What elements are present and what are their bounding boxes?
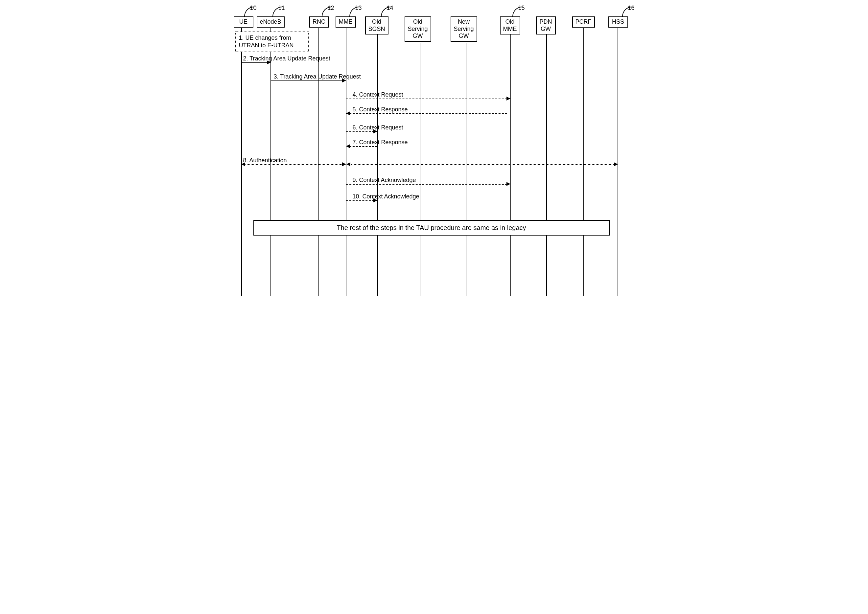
arrow-head-right-icon xyxy=(373,129,377,133)
arrow-head-left-icon xyxy=(346,144,350,148)
actor-old-serving-gw: OldServingGW xyxy=(405,16,431,42)
arrow-head-left-icon xyxy=(241,162,245,166)
actor-ref-old-mme: 15 xyxy=(518,5,525,11)
lifeline-new-sgw xyxy=(466,43,466,296)
actor-pcrf: PCRF xyxy=(572,16,595,28)
lifeline-ue xyxy=(241,28,242,296)
msg-label: 8. Authentication xyxy=(243,157,287,164)
actor-ue: UE xyxy=(234,16,253,28)
actor-ref-mme: 13 xyxy=(355,5,362,11)
arrow-head-left-icon xyxy=(346,162,350,166)
arrow-line xyxy=(245,164,343,165)
actor-new-serving-gw: NewServingGW xyxy=(450,16,477,42)
msg-label: 4. Context Request xyxy=(352,91,403,98)
arrow-head-right-icon xyxy=(267,60,271,64)
arrow-head-right-icon xyxy=(506,182,511,186)
msg-label: 7. Context Response xyxy=(352,139,408,146)
actor-label: OldSGSN xyxy=(368,19,385,32)
final-note-text: The rest of the steps in the TAU procedu… xyxy=(337,224,526,231)
sequence-diagram: 10 11 12 13 14 15 16 UE eNodeB RNC MME O… xyxy=(230,6,638,296)
msg-label: 6. Context Request xyxy=(352,124,403,131)
msg-label: 5. Context Response xyxy=(352,106,408,113)
actor-ref-enodeb: 11 xyxy=(278,5,285,11)
lifeline-hss xyxy=(618,28,618,296)
actor-label: NewServingGW xyxy=(454,19,474,39)
actor-label: PDNGW xyxy=(539,19,552,32)
lifeline-pdn-gw xyxy=(546,34,547,296)
arrow-head-right-icon xyxy=(342,79,346,82)
arrow-line xyxy=(270,81,343,81)
arrow-head-right-icon xyxy=(373,198,377,202)
arrow-line xyxy=(346,200,374,201)
arrow-line xyxy=(346,184,507,185)
actor-label: RNC xyxy=(312,19,325,25)
arrow-head-left-icon xyxy=(346,112,350,115)
actor-mme: MME xyxy=(335,16,356,28)
lifeline-old-sgw xyxy=(420,43,420,296)
actor-label: PCRF xyxy=(576,19,592,25)
msg-label: 9. Context Acknowledge xyxy=(352,177,416,184)
msg-label: 2. Tracking Area Update Request xyxy=(243,55,330,62)
arrow-line xyxy=(346,132,374,132)
arrow-line xyxy=(349,146,377,147)
lifeline-pcrf xyxy=(583,28,584,296)
actor-label: HSS xyxy=(612,19,624,25)
actor-hss: HSS xyxy=(608,16,628,28)
actor-enodeb: eNodeB xyxy=(257,16,285,28)
arrow-line xyxy=(241,62,267,63)
lifeline-old-sgsn xyxy=(377,34,378,296)
actor-old-sgsn: OldSGSN xyxy=(365,16,388,34)
arrow-line xyxy=(346,113,507,114)
lifeline-mme xyxy=(346,28,346,296)
actor-label: eNodeB xyxy=(260,19,281,25)
msg-label: 3. Tracking Area Update Request xyxy=(274,73,361,80)
actor-ref-ue: 10 xyxy=(250,5,257,11)
actor-label: OldServingGW xyxy=(408,19,428,39)
actor-label: OldMME xyxy=(503,19,517,32)
final-note-box: The rest of the steps in the TAU procedu… xyxy=(253,220,610,236)
actor-ref-old-sgsn: 14 xyxy=(387,5,393,11)
actor-ref-hss: 16 xyxy=(628,5,635,11)
note-step1: 1. UE changes fromUTRAN to E-UTRAN xyxy=(235,31,309,52)
actor-ref-rnc: 12 xyxy=(328,5,334,11)
actor-rnc: RNC xyxy=(309,16,329,28)
actor-pdn-gw: PDNGW xyxy=(536,16,556,34)
lifeline-old-mme xyxy=(511,34,511,296)
arrow-head-right-icon xyxy=(342,162,346,166)
arrow-line xyxy=(346,99,507,99)
arrow-head-right-icon xyxy=(506,96,511,101)
arrow-head-right-icon xyxy=(614,162,618,166)
actor-label: UE xyxy=(239,19,247,25)
actor-old-mme: OldMME xyxy=(500,16,520,34)
arrow-line xyxy=(350,164,615,165)
note-text: 1. UE changes fromUTRAN to E-UTRAN xyxy=(239,34,294,49)
actor-label: MME xyxy=(339,19,352,25)
lifeline-rnc xyxy=(318,28,319,296)
msg-label: 10. Context Acknowledge xyxy=(352,193,419,200)
